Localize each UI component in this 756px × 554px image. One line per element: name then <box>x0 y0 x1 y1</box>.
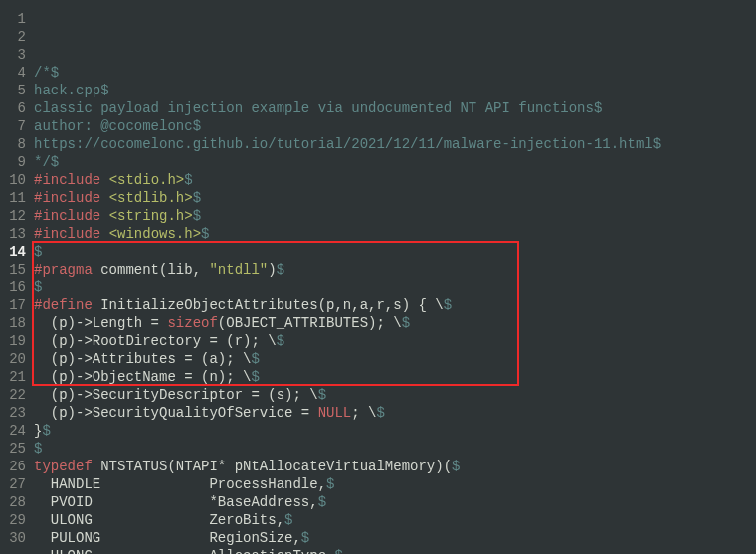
code-line[interactable]: (p)->Length = sizeof(OBJECT_ATTRIBUTES);… <box>34 314 756 332</box>
eol-marker: $ <box>277 333 284 349</box>
eol-marker: $ <box>201 226 209 242</box>
code-token: PVOID *BaseAddress, <box>34 494 318 510</box>
code-token: #include <box>34 208 109 224</box>
line-number: 7 <box>0 117 26 135</box>
code-line[interactable]: HANDLE ProcessHandle,$ <box>34 475 756 493</box>
eol-marker: $ <box>193 118 201 134</box>
code-area[interactable]: /*$hack.cpp$classic payload injection ex… <box>34 10 756 554</box>
code-token: (p)->SecurityDescriptor = (s); \ <box>34 387 318 403</box>
line-number: 5 <box>0 82 26 99</box>
eol-marker: $ <box>318 494 326 510</box>
eol-marker: $ <box>184 172 192 188</box>
line-number: 16 <box>0 278 26 296</box>
code-token: "ntdll" <box>209 262 268 277</box>
line-number: 11 <box>0 189 26 207</box>
code-token: <string.h> <box>109 208 193 224</box>
code-token: sizeof <box>167 315 217 331</box>
line-number: 13 <box>0 225 26 243</box>
code-line[interactable]: #include <stdio.h>$ <box>34 171 756 189</box>
code-token: hack.cpp <box>34 83 100 98</box>
line-number: 8 <box>0 135 26 153</box>
eol-marker: $ <box>376 405 384 421</box>
line-number: 14 <box>0 243 26 261</box>
eol-marker: $ <box>34 441 42 457</box>
code-token: ; \ <box>351 405 376 421</box>
code-token: https://cocomelonc.github.io/tutorial/20… <box>34 136 653 152</box>
code-line[interactable]: PULONG RegionSize,$ <box>34 529 756 547</box>
code-editor[interactable]: 1234567891011121314151617181920212223242… <box>0 10 756 554</box>
line-number: 1 <box>0 10 26 28</box>
code-line[interactable]: typedef NTSTATUS(NTAPI* pNtAllocateVirtu… <box>34 458 756 475</box>
eol-marker: $ <box>334 548 342 554</box>
eol-marker: $ <box>402 315 410 331</box>
code-token: ULONG AllocationType, <box>34 548 334 554</box>
code-line[interactable]: (p)->RootDirectory = (r); \$ <box>34 332 756 350</box>
eol-marker: $ <box>51 65 59 81</box>
code-token: author: @cocomelonc <box>34 118 193 134</box>
line-number: 20 <box>0 350 26 368</box>
eol-marker: $ <box>193 208 201 224</box>
line-number: 19 <box>0 332 26 350</box>
eol-marker: $ <box>42 423 50 439</box>
eol-marker: $ <box>34 244 42 260</box>
line-number: 18 <box>0 314 26 332</box>
eol-marker: $ <box>318 387 326 403</box>
code-line[interactable]: (p)->ObjectName = (n); \$ <box>34 368 756 386</box>
eol-marker: $ <box>51 154 59 170</box>
code-token: InitializeObjectAttributes(p,n,a,r,s) { … <box>93 297 444 313</box>
eol-marker: $ <box>594 100 602 116</box>
code-line[interactable]: $ <box>34 440 756 458</box>
code-token: */ <box>34 154 51 170</box>
line-number: 28 <box>0 493 26 511</box>
code-line[interactable]: /*$ <box>34 64 756 82</box>
line-number: 9 <box>0 153 26 171</box>
code-token: NULL <box>318 405 352 421</box>
code-line[interactable]: */$ <box>34 153 756 171</box>
code-token: ULONG ZeroBits, <box>34 512 284 528</box>
code-line[interactable]: author: @cocomelonc$ <box>34 117 756 135</box>
code-token: comment(lib, <box>93 262 210 277</box>
code-line[interactable]: }$ <box>34 422 756 440</box>
line-number: 10 <box>0 171 26 189</box>
code-line[interactable]: https://cocomelonc.github.io/tutorial/20… <box>34 135 756 153</box>
line-number: 26 <box>0 458 26 475</box>
code-token: (p)->Length = <box>34 315 167 331</box>
code-line[interactable]: ULONG AllocationType,$ <box>34 547 756 554</box>
code-line[interactable]: $ <box>34 278 756 296</box>
code-token: PULONG RegionSize, <box>34 530 301 546</box>
code-line[interactable]: (p)->Attributes = (a); \$ <box>34 350 756 368</box>
line-number: 29 <box>0 511 26 529</box>
code-line[interactable]: PVOID *BaseAddress,$ <box>34 493 756 511</box>
code-token: #pragma <box>34 262 93 277</box>
eol-marker: $ <box>251 369 259 385</box>
code-token: #include <box>34 190 109 206</box>
code-line[interactable]: #include <string.h>$ <box>34 207 756 225</box>
code-line[interactable]: classic payload injection example via un… <box>34 99 756 117</box>
code-line[interactable]: ULONG ZeroBits,$ <box>34 511 756 529</box>
line-number-gutter: 1234567891011121314151617181920212223242… <box>0 10 34 554</box>
line-number: 23 <box>0 404 26 422</box>
code-line[interactable]: hack.cpp$ <box>34 82 756 99</box>
line-number: 3 <box>0 46 26 64</box>
code-token: <stdio.h> <box>109 172 185 188</box>
code-line[interactable]: (p)->SecurityQualityOfService = NULL; \$ <box>34 404 756 422</box>
code-token: typedef <box>34 459 93 474</box>
eol-marker: $ <box>284 512 292 528</box>
line-number: 27 <box>0 475 26 493</box>
eol-marker: $ <box>301 530 309 546</box>
code-line[interactable]: $ <box>34 243 756 261</box>
line-number: 15 <box>0 261 26 278</box>
code-line[interactable]: #include <stdlib.h>$ <box>34 189 756 207</box>
eol-marker: $ <box>653 136 661 152</box>
line-number: 21 <box>0 368 26 386</box>
code-token: #include <box>34 172 109 188</box>
code-line[interactable]: #include <windows.h>$ <box>34 225 756 243</box>
code-line[interactable]: (p)->SecurityDescriptor = (s); \$ <box>34 386 756 404</box>
line-number: 24 <box>0 422 26 440</box>
line-number: 6 <box>0 99 26 117</box>
code-line[interactable]: #define InitializeObjectAttributes(p,n,a… <box>34 296 756 314</box>
eol-marker: $ <box>100 83 108 98</box>
code-token: (p)->SecurityQualityOfService = <box>34 405 318 421</box>
code-token: <windows.h> <box>109 226 201 242</box>
code-line[interactable]: #pragma comment(lib, "ntdll")$ <box>34 261 756 278</box>
